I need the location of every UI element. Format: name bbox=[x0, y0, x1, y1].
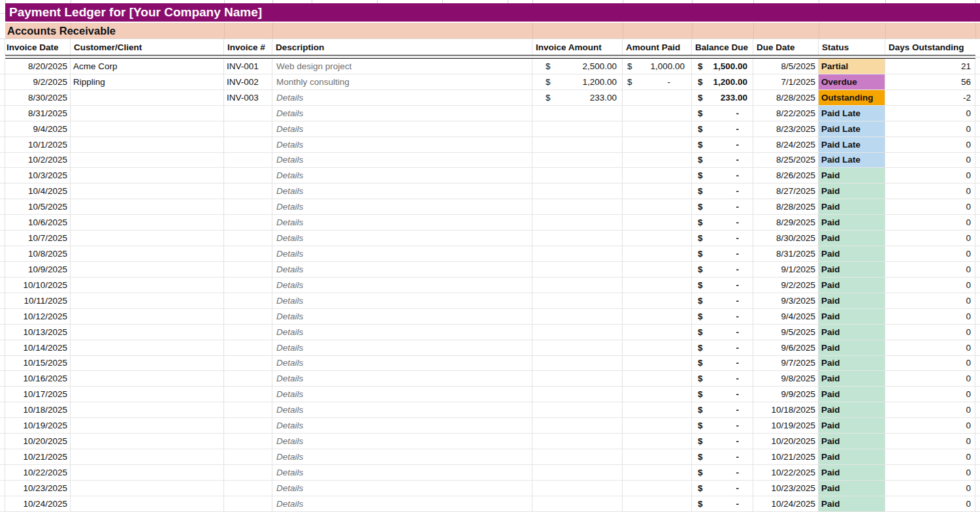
cell-balance-due[interactable]: $- bbox=[692, 418, 753, 434]
cell-description[interactable]: Details bbox=[272, 262, 532, 278]
cell-invoice-number[interactable] bbox=[224, 496, 272, 512]
cell-description[interactable]: Details bbox=[272, 340, 532, 356]
cell-days-outstanding[interactable]: 0 bbox=[885, 325, 975, 340]
cell-invoice-date[interactable]: 10/7/2025 bbox=[5, 231, 71, 246]
cell-amount-paid[interactable] bbox=[623, 199, 692, 215]
cell-invoice-date[interactable]: 10/1/2025 bbox=[5, 137, 71, 153]
cell-balance-due[interactable]: $- bbox=[692, 246, 753, 262]
cell-invoice-number[interactable]: INV-003 bbox=[224, 90, 272, 106]
cell-invoice-amount[interactable] bbox=[532, 278, 623, 293]
cell-status[interactable]: Paid bbox=[819, 449, 885, 465]
cell-invoice-number[interactable] bbox=[224, 199, 272, 215]
cell-due-date[interactable]: 9/7/2025 bbox=[753, 356, 819, 372]
cell-description[interactable]: Details bbox=[272, 199, 532, 215]
cell-due-date[interactable]: 10/22/2025 bbox=[753, 465, 819, 481]
cell-status[interactable]: Paid bbox=[819, 293, 885, 309]
cell-balance-due[interactable]: $- bbox=[692, 481, 753, 496]
cell-due-date[interactable]: 8/25/2025 bbox=[753, 153, 819, 168]
cell-invoice-date[interactable]: 10/18/2025 bbox=[5, 402, 71, 418]
cell-balance-due[interactable]: $- bbox=[692, 356, 753, 372]
cell-invoice-number[interactable] bbox=[224, 449, 272, 465]
cell-balance-due[interactable]: $- bbox=[692, 231, 753, 246]
cell-description[interactable]: Details bbox=[272, 449, 532, 465]
cell-invoice-amount[interactable] bbox=[532, 246, 623, 262]
cell-customer[interactable] bbox=[71, 309, 224, 325]
cell-description[interactable]: Details bbox=[272, 309, 532, 325]
cell-balance-due[interactable]: $- bbox=[692, 293, 753, 309]
cell-invoice-number[interactable]: INV-002 bbox=[224, 74, 272, 90]
cell-balance-due[interactable]: $- bbox=[692, 449, 753, 465]
cell-amount-paid[interactable] bbox=[623, 325, 692, 340]
cell-amount-paid[interactable] bbox=[623, 262, 692, 278]
section-header-cell[interactable]: Accounts Receivable bbox=[5, 23, 980, 39]
cell-days-outstanding[interactable]: 0 bbox=[885, 137, 975, 153]
cell-invoice-date[interactable]: 10/2/2025 bbox=[5, 153, 71, 168]
cell-amount-paid[interactable]: $1,000.00 bbox=[623, 59, 692, 74]
cell-invoice-amount[interactable] bbox=[532, 434, 623, 449]
cell-invoice-number[interactable] bbox=[224, 325, 272, 340]
column-header-balance-due[interactable]: Balance Due bbox=[692, 39, 753, 55]
cell-amount-paid[interactable] bbox=[623, 465, 692, 481]
cell-amount-paid[interactable]: $- bbox=[623, 74, 692, 90]
cell-amount-paid[interactable] bbox=[623, 153, 692, 168]
cell-invoice-amount[interactable] bbox=[532, 231, 623, 246]
cell-invoice-amount[interactable] bbox=[532, 215, 623, 231]
cell-invoice-number[interactable] bbox=[224, 121, 272, 137]
cell-amount-paid[interactable] bbox=[623, 246, 692, 262]
cell-days-outstanding[interactable]: 21 bbox=[885, 59, 975, 74]
cell-days-outstanding[interactable]: 0 bbox=[885, 496, 975, 512]
cell-customer[interactable] bbox=[71, 465, 224, 481]
cell-customer[interactable] bbox=[71, 481, 224, 496]
cell-days-outstanding[interactable]: 0 bbox=[885, 153, 975, 168]
cell-days-outstanding[interactable]: 0 bbox=[885, 309, 975, 325]
cell-invoice-amount[interactable] bbox=[532, 262, 623, 278]
cell-invoice-number[interactable] bbox=[224, 137, 272, 153]
cell-status[interactable]: Paid bbox=[819, 418, 885, 434]
cell-amount-paid[interactable] bbox=[623, 121, 692, 137]
cell-customer[interactable] bbox=[71, 340, 224, 356]
cell-amount-paid[interactable] bbox=[623, 434, 692, 449]
cell-due-date[interactable]: 10/19/2025 bbox=[753, 418, 819, 434]
cell-description[interactable]: Details bbox=[272, 106, 532, 121]
cell-invoice-number[interactable] bbox=[224, 356, 272, 372]
cell-description[interactable]: Details bbox=[272, 153, 532, 168]
cell-description[interactable]: Details bbox=[272, 215, 532, 231]
cell-invoice-date[interactable]: 10/23/2025 bbox=[5, 481, 71, 496]
cell-due-date[interactable]: 9/3/2025 bbox=[753, 293, 819, 309]
cell-amount-paid[interactable] bbox=[623, 278, 692, 293]
cell-invoice-date[interactable]: 10/21/2025 bbox=[5, 449, 71, 465]
cell-days-outstanding[interactable]: 0 bbox=[885, 418, 975, 434]
cell-description[interactable]: Details bbox=[272, 418, 532, 434]
cell-balance-due[interactable]: $- bbox=[692, 168, 753, 184]
cell-invoice-date[interactable]: 10/16/2025 bbox=[5, 371, 71, 387]
cell-invoice-date[interactable]: 8/30/2025 bbox=[5, 90, 71, 106]
cell-description[interactable]: Details bbox=[272, 293, 532, 309]
cell-status[interactable]: Outstanding bbox=[819, 90, 885, 106]
cell-status[interactable]: Partial bbox=[819, 59, 885, 74]
cell-invoice-number[interactable] bbox=[224, 262, 272, 278]
cell-due-date[interactable]: 10/18/2025 bbox=[753, 402, 819, 418]
cell-invoice-date[interactable]: 10/9/2025 bbox=[5, 262, 71, 278]
cell-balance-due[interactable]: $- bbox=[692, 199, 753, 215]
cell-balance-due[interactable]: $- bbox=[692, 340, 753, 356]
cell-status[interactable]: Paid Late bbox=[819, 106, 885, 121]
cell-customer[interactable] bbox=[71, 121, 224, 137]
cell-days-outstanding[interactable]: 0 bbox=[885, 356, 975, 372]
cell-invoice-amount[interactable]: $233.00 bbox=[532, 90, 623, 106]
cell-invoice-amount[interactable] bbox=[532, 184, 623, 199]
cell-invoice-date[interactable]: 10/22/2025 bbox=[5, 465, 71, 481]
cell-invoice-number[interactable] bbox=[224, 465, 272, 481]
cell-balance-due[interactable]: $- bbox=[692, 309, 753, 325]
cell-invoice-date[interactable]: 10/19/2025 bbox=[5, 418, 71, 434]
cell-customer[interactable] bbox=[71, 168, 224, 184]
cell-invoice-date[interactable]: 8/20/2025 bbox=[5, 59, 71, 74]
cell-customer[interactable] bbox=[71, 262, 224, 278]
cell-invoice-number[interactable] bbox=[224, 184, 272, 199]
cell-due-date[interactable]: 8/28/2025 bbox=[753, 90, 819, 106]
cell-customer[interactable] bbox=[71, 231, 224, 246]
cell-days-outstanding[interactable]: 0 bbox=[885, 106, 975, 121]
cell-amount-paid[interactable] bbox=[623, 387, 692, 402]
cell-due-date[interactable]: 7/1/2025 bbox=[753, 74, 819, 90]
cell-description[interactable]: Details bbox=[272, 168, 532, 184]
cell-balance-due[interactable]: $- bbox=[692, 325, 753, 340]
